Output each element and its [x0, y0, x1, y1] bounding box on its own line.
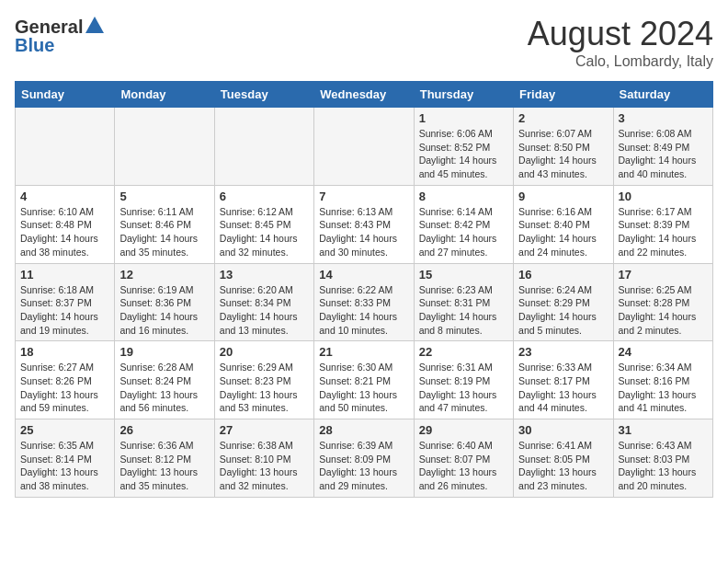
- cell-content: Sunrise: 6:38 AM Sunset: 8:10 PM Dayligh…: [220, 439, 309, 493]
- day-header-wednesday: Wednesday: [314, 82, 414, 108]
- day-number: 27: [220, 423, 309, 437]
- calendar-cell: 7Sunrise: 6:13 AM Sunset: 8:43 PM Daylig…: [314, 185, 414, 263]
- calendar-cell: 6Sunrise: 6:12 AM Sunset: 8:45 PM Daylig…: [214, 185, 313, 263]
- cell-content: Sunrise: 6:20 AM Sunset: 8:34 PM Dayligh…: [220, 283, 309, 338]
- calendar-cell: 8Sunrise: 6:14 AM Sunset: 8:42 PM Daylig…: [414, 185, 513, 263]
- logo: General Blue: [15, 15, 105, 56]
- cell-content: Sunrise: 6:35 AM Sunset: 8:14 PM Dayligh…: [20, 439, 109, 493]
- day-number: 22: [419, 345, 508, 359]
- cell-content: Sunrise: 6:25 AM Sunset: 8:28 PM Dayligh…: [619, 283, 708, 338]
- calendar-cell: 12Sunrise: 6:19 AM Sunset: 8:36 PM Dayli…: [115, 263, 214, 341]
- cell-content: Sunrise: 6:18 AM Sunset: 8:37 PM Dayligh…: [20, 283, 109, 338]
- day-number: 4: [20, 190, 109, 203]
- day-header-tuesday: Tuesday: [214, 82, 313, 108]
- calendar-cell: [16, 108, 115, 186]
- calendar-table: SundayMondayTuesdayWednesdayThursdayFrid…: [15, 81, 713, 498]
- day-number: 6: [220, 190, 309, 203]
- day-number: 29: [419, 423, 508, 437]
- day-number: 24: [619, 345, 708, 359]
- cell-content: Sunrise: 6:22 AM Sunset: 8:33 PM Dayligh…: [319, 283, 408, 338]
- calendar-cell: 23Sunrise: 6:33 AM Sunset: 8:17 PM Dayli…: [514, 341, 613, 419]
- day-number: 23: [518, 345, 608, 359]
- day-header-thursday: Thursday: [414, 82, 513, 108]
- location: Calo, Lombardy, Italy: [528, 53, 713, 70]
- cell-content: Sunrise: 6:30 AM Sunset: 8:21 PM Dayligh…: [319, 361, 408, 415]
- cell-content: Sunrise: 6:07 AM Sunset: 8:50 PM Dayligh…: [518, 127, 608, 181]
- logo-icon: [85, 15, 105, 39]
- title-block: August 2024 Calo, Lombardy, Italy: [528, 15, 713, 70]
- cell-content: Sunrise: 6:06 AM Sunset: 8:52 PM Dayligh…: [419, 127, 508, 181]
- calendar-cell: 24Sunrise: 6:34 AM Sunset: 8:16 PM Dayli…: [613, 341, 712, 419]
- calendar-cell: [214, 108, 313, 186]
- day-header-sunday: Sunday: [16, 82, 115, 108]
- day-number: 10: [619, 190, 708, 203]
- day-number: 14: [319, 268, 408, 282]
- day-number: 21: [319, 345, 408, 359]
- day-number: 3: [619, 111, 708, 125]
- calendar-cell: 25Sunrise: 6:35 AM Sunset: 8:14 PM Dayli…: [16, 419, 115, 498]
- cell-content: Sunrise: 6:40 AM Sunset: 8:07 PM Dayligh…: [419, 439, 508, 493]
- svg-marker-0: [85, 17, 104, 33]
- day-number: 30: [518, 423, 608, 437]
- cell-content: Sunrise: 6:12 AM Sunset: 8:45 PM Dayligh…: [220, 205, 309, 259]
- week-row-1: 1Sunrise: 6:06 AM Sunset: 8:52 PM Daylig…: [16, 108, 713, 186]
- day-number: 8: [419, 190, 508, 203]
- cell-content: Sunrise: 6:19 AM Sunset: 8:36 PM Dayligh…: [119, 283, 209, 338]
- day-header-monday: Monday: [115, 82, 214, 108]
- day-number: 28: [319, 423, 408, 437]
- calendar-cell: 10Sunrise: 6:17 AM Sunset: 8:39 PM Dayli…: [613, 185, 712, 263]
- day-number: 13: [220, 268, 309, 282]
- calendar-cell: 18Sunrise: 6:27 AM Sunset: 8:26 PM Dayli…: [16, 341, 115, 419]
- day-number: 25: [20, 423, 109, 437]
- calendar-cell: 17Sunrise: 6:25 AM Sunset: 8:28 PM Dayli…: [613, 263, 712, 341]
- week-row-5: 25Sunrise: 6:35 AM Sunset: 8:14 PM Dayli…: [16, 419, 713, 498]
- calendar-cell: 1Sunrise: 6:06 AM Sunset: 8:52 PM Daylig…: [414, 108, 513, 186]
- cell-content: Sunrise: 6:33 AM Sunset: 8:17 PM Dayligh…: [518, 361, 608, 415]
- cell-content: Sunrise: 6:39 AM Sunset: 8:09 PM Dayligh…: [319, 439, 408, 493]
- calendar-cell: 14Sunrise: 6:22 AM Sunset: 8:33 PM Dayli…: [314, 263, 414, 341]
- cell-content: Sunrise: 6:24 AM Sunset: 8:29 PM Dayligh…: [518, 283, 608, 338]
- cell-content: Sunrise: 6:36 AM Sunset: 8:12 PM Dayligh…: [119, 439, 209, 493]
- day-number: 31: [619, 423, 708, 437]
- cell-content: Sunrise: 6:43 AM Sunset: 8:03 PM Dayligh…: [619, 439, 708, 493]
- calendar-cell: 20Sunrise: 6:29 AM Sunset: 8:23 PM Dayli…: [214, 341, 313, 419]
- cell-content: Sunrise: 6:08 AM Sunset: 8:49 PM Dayligh…: [619, 127, 708, 181]
- week-row-2: 4Sunrise: 6:10 AM Sunset: 8:48 PM Daylig…: [16, 185, 713, 263]
- calendar-cell: 11Sunrise: 6:18 AM Sunset: 8:37 PM Dayli…: [16, 263, 115, 341]
- calendar-cell: 29Sunrise: 6:40 AM Sunset: 8:07 PM Dayli…: [414, 419, 513, 498]
- calendar-cell: 21Sunrise: 6:30 AM Sunset: 8:21 PM Dayli…: [314, 341, 414, 419]
- calendar-cell: 4Sunrise: 6:10 AM Sunset: 8:48 PM Daylig…: [16, 185, 115, 263]
- cell-content: Sunrise: 6:16 AM Sunset: 8:40 PM Dayligh…: [518, 205, 608, 259]
- calendar-cell: 26Sunrise: 6:36 AM Sunset: 8:12 PM Dayli…: [115, 419, 214, 498]
- cell-content: Sunrise: 6:29 AM Sunset: 8:23 PM Dayligh…: [220, 361, 309, 415]
- day-number: 2: [518, 111, 608, 125]
- calendar-header-row: SundayMondayTuesdayWednesdayThursdayFrid…: [16, 82, 713, 108]
- day-number: 26: [119, 423, 209, 437]
- calendar-cell: 13Sunrise: 6:20 AM Sunset: 8:34 PM Dayli…: [214, 263, 313, 341]
- cell-content: Sunrise: 6:28 AM Sunset: 8:24 PM Dayligh…: [119, 361, 209, 415]
- day-header-friday: Friday: [514, 82, 613, 108]
- calendar-cell: 22Sunrise: 6:31 AM Sunset: 8:19 PM Dayli…: [414, 341, 513, 419]
- calendar-cell: 15Sunrise: 6:23 AM Sunset: 8:31 PM Dayli…: [414, 263, 513, 341]
- day-header-saturday: Saturday: [613, 82, 712, 108]
- calendar-cell: 3Sunrise: 6:08 AM Sunset: 8:49 PM Daylig…: [613, 108, 712, 186]
- page-header: General Blue August 2024 Calo, Lombardy,…: [15, 15, 713, 70]
- month-year: August 2024: [528, 15, 713, 53]
- calendar-cell: 28Sunrise: 6:39 AM Sunset: 8:09 PM Dayli…: [314, 419, 414, 498]
- cell-content: Sunrise: 6:11 AM Sunset: 8:46 PM Dayligh…: [119, 205, 209, 259]
- day-number: 16: [518, 268, 608, 282]
- day-number: 18: [20, 345, 109, 359]
- calendar-cell: 2Sunrise: 6:07 AM Sunset: 8:50 PM Daylig…: [514, 108, 613, 186]
- day-number: 17: [619, 268, 708, 282]
- day-number: 12: [119, 268, 209, 282]
- day-number: 7: [319, 190, 408, 203]
- logo-blue-text: Blue: [15, 35, 54, 56]
- day-number: 20: [220, 345, 309, 359]
- cell-content: Sunrise: 6:34 AM Sunset: 8:16 PM Dayligh…: [619, 361, 708, 415]
- calendar-cell: 31Sunrise: 6:43 AM Sunset: 8:03 PM Dayli…: [613, 419, 712, 498]
- day-number: 9: [518, 190, 608, 203]
- day-number: 5: [119, 190, 209, 203]
- week-row-4: 18Sunrise: 6:27 AM Sunset: 8:26 PM Dayli…: [16, 341, 713, 419]
- cell-content: Sunrise: 6:41 AM Sunset: 8:05 PM Dayligh…: [518, 439, 608, 493]
- calendar-cell: 30Sunrise: 6:41 AM Sunset: 8:05 PM Dayli…: [514, 419, 613, 498]
